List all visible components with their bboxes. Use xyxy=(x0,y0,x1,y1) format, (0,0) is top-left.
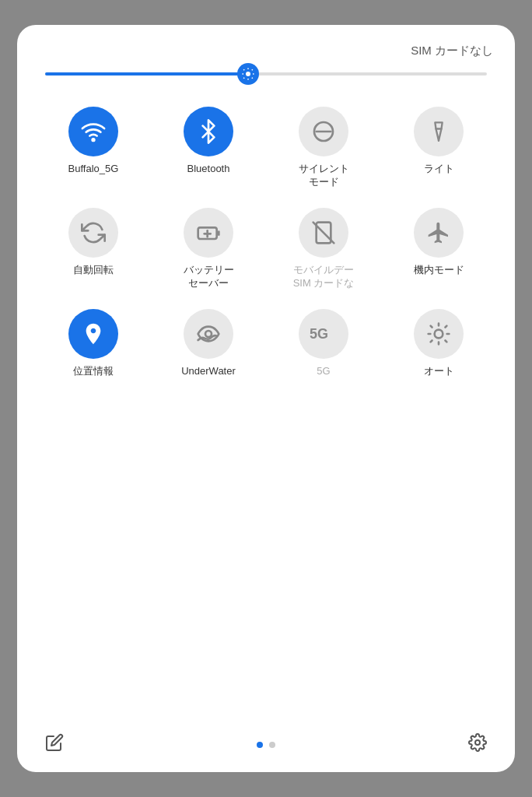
silent-icon xyxy=(299,107,348,156)
rotate-icon xyxy=(68,208,118,258)
tile-underwater[interactable]: UnderWater xyxy=(154,303,263,384)
edit-button[interactable] xyxy=(45,733,64,757)
tile-5g[interactable]: 5G5G xyxy=(269,303,378,384)
settings-button[interactable] xyxy=(468,733,487,757)
svg-point-12 xyxy=(435,329,443,338)
tile-wifi[interactable]: Buffalo_5G xyxy=(39,100,148,195)
auto-icon xyxy=(414,309,464,359)
flashlight-icon xyxy=(414,107,464,156)
tile-label-bluetooth: Bluetooth xyxy=(187,163,230,176)
mobile-data-icon xyxy=(299,208,348,258)
footer xyxy=(39,733,493,757)
bluetooth-icon xyxy=(184,107,233,156)
brightness-track[interactable] xyxy=(45,72,487,75)
svg-text:5G: 5G xyxy=(310,326,328,342)
tile-airplane[interactable]: 機内モード xyxy=(384,202,493,297)
quick-settings-panel: SIM カードなし Buffalo_5GBluetoothサイレントモードライト… xyxy=(17,25,515,772)
tile-label-airplane: 機内モード xyxy=(414,264,464,277)
tile-label-battery-saver: バッテリーセーバー xyxy=(184,264,234,290)
svg-point-10 xyxy=(205,331,212,337)
svg-point-0 xyxy=(246,72,250,76)
tile-label-wifi: Buffalo_5G xyxy=(68,163,119,176)
brightness-row[interactable] xyxy=(39,72,493,75)
tile-bluetooth[interactable]: Bluetooth xyxy=(154,100,263,195)
page-dots xyxy=(257,742,275,748)
svg-point-13 xyxy=(475,740,480,745)
tile-flashlight[interactable]: ライト xyxy=(384,100,493,195)
tile-battery-saver[interactable]: バッテリーセーバー xyxy=(154,202,263,297)
tile-label-flashlight: ライト xyxy=(424,163,454,176)
brightness-fill xyxy=(45,72,248,75)
tile-silent[interactable]: サイレントモード xyxy=(269,100,378,195)
tile-label-underwater: UnderWater xyxy=(181,365,236,378)
location-icon xyxy=(68,309,118,359)
brightness-thumb[interactable] xyxy=(237,63,259,85)
dot-2 xyxy=(269,742,275,748)
tile-rotate[interactable]: 自動回転 xyxy=(39,202,148,297)
tile-label-rotate: 自動回転 xyxy=(73,264,114,277)
svg-point-1 xyxy=(93,139,95,141)
wifi-icon xyxy=(68,107,118,156)
battery-icon xyxy=(184,208,233,258)
tile-auto[interactable]: オート xyxy=(384,303,493,384)
5g-icon: 5G xyxy=(299,309,348,359)
tile-label-silent: サイレントモード xyxy=(299,163,349,189)
tiles-grid: Buffalo_5GBluetoothサイレントモードライト自動回転バッテリーセ… xyxy=(39,100,493,384)
airplane-icon xyxy=(414,208,464,258)
tile-mobile-data[interactable]: モバイルデーSIM カードな xyxy=(269,202,378,297)
underwater-icon xyxy=(184,309,233,359)
tile-label-auto: オート xyxy=(424,365,454,378)
tile-label-location: 位置情報 xyxy=(73,365,114,378)
dot-1 xyxy=(257,742,263,748)
sun-icon xyxy=(241,67,255,81)
tile-label-mobile-data: モバイルデーSIM カードな xyxy=(293,264,355,290)
tile-location[interactable]: 位置情報 xyxy=(39,303,148,384)
sim-status: SIM カードなし xyxy=(39,44,493,58)
tile-label-5g: 5G xyxy=(317,365,330,378)
